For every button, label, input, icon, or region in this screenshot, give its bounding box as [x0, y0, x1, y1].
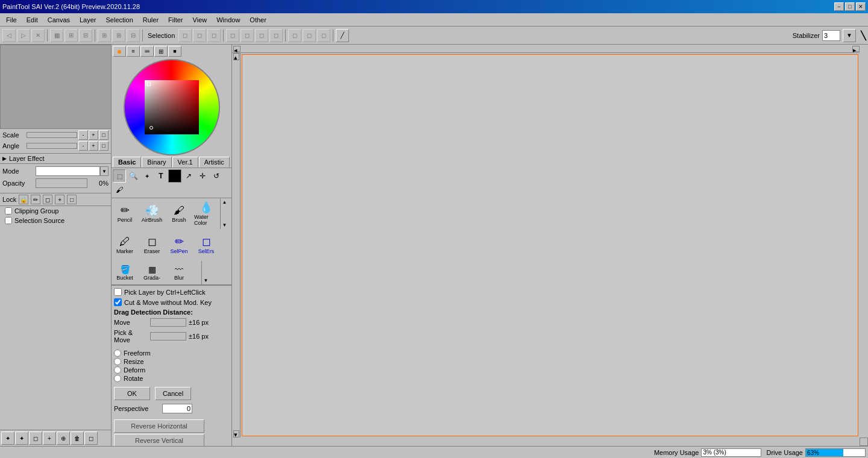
pick-move-slider[interactable]	[150, 332, 186, 340]
selection-source-checkbox[interactable]	[5, 217, 12, 224]
mode-dropdown[interactable]: ▼	[100, 166, 108, 176]
menu-selection[interactable]: Selection	[101, 15, 138, 25]
canvas-scrollbar-left[interactable]: ▴ ▾	[232, 53, 241, 438]
lock-btn-5[interactable]: □	[67, 195, 77, 204]
menu-view[interactable]: View	[188, 15, 212, 25]
tool-text[interactable]: T	[154, 169, 168, 183]
toolbar-btn-1[interactable]: ◁	[2, 29, 16, 42]
toolbar-btn-9[interactable]: ⊟	[127, 29, 140, 42]
scroll-down-btn[interactable]: ▾	[233, 430, 239, 438]
angle-btn-3[interactable]: □	[99, 141, 108, 151]
menu-edit[interactable]: Edit	[22, 15, 43, 25]
brush-watercolor[interactable]: 💧 Water Color	[193, 198, 220, 229]
color-tab-wheel[interactable]: ●	[113, 46, 126, 57]
color-tab-4[interactable]: ■	[168, 46, 181, 57]
stabilizer-input[interactable]	[822, 30, 840, 41]
close-button[interactable]: ✕	[856, 2, 866, 11]
scale-btn-2[interactable]: +	[89, 130, 98, 140]
tool-brush[interactable]: 🖌	[113, 183, 126, 196]
menu-window[interactable]: Window	[212, 15, 245, 25]
perspective-input[interactable]	[162, 404, 192, 413]
toolbar-btn-4[interactable]: ▦	[50, 29, 63, 42]
lock-btn-1[interactable]: 🔒	[19, 195, 28, 204]
layer-btn-2[interactable]: ✦	[15, 431, 28, 445]
angle-slider[interactable]	[27, 143, 77, 149]
layer-effect-header[interactable]: ▶ Layer Effect	[0, 154, 111, 164]
brush-selers[interactable]: ◻ SelErs	[193, 230, 220, 260]
toolbar-btn-18[interactable]: ◻	[303, 29, 316, 42]
pen-tool-icon[interactable]: ╲	[861, 31, 866, 40]
color-tab-3[interactable]: ⊞	[154, 46, 168, 57]
brush-tab-ver1[interactable]: Ver.1	[172, 157, 198, 168]
toolbar-pen-icon[interactable]: ╱	[336, 29, 349, 42]
minimize-button[interactable]: −	[834, 2, 844, 11]
layer-btn-3[interactable]: ◻	[29, 431, 42, 445]
angle-btn-2[interactable]: +	[89, 141, 98, 151]
scale-btn-1[interactable]: -	[78, 130, 88, 140]
brush-scroll-up[interactable]: ▲ ▼	[220, 198, 228, 229]
stabilizer-dropdown[interactable]: ▼	[843, 29, 856, 42]
tool-zoom[interactable]: 🔍	[127, 169, 140, 183]
canvas-inner[interactable]	[242, 54, 858, 436]
toolbar-btn-6[interactable]: ⊟	[79, 29, 92, 42]
brush-blur[interactable]: 〰 Blur	[166, 261, 193, 284]
toolbar-btn-2[interactable]: ▷	[17, 29, 30, 42]
tool-arrow[interactable]: ↗	[182, 169, 195, 183]
color-wheel-container[interactable]	[124, 59, 220, 155]
move-slider[interactable]	[150, 318, 186, 327]
clipping-group-checkbox[interactable]	[5, 207, 12, 215]
toolbar-btn-12[interactable]: ◻	[207, 29, 221, 42]
reverse-horizontal-btn[interactable]: Reverse Horizontal	[114, 419, 204, 433]
layer-btn-6[interactable]: 🗑	[71, 431, 84, 445]
canvas-scrollbar-top[interactable]: ◂ ▸	[232, 45, 860, 53]
toolbar-btn-15[interactable]: ◻	[255, 29, 268, 42]
lock-btn-4[interactable]: +	[55, 195, 64, 204]
toolbar-btn-17[interactable]: ◻	[288, 29, 301, 42]
brush-pencil[interactable]: ✏ Pencil	[112, 198, 139, 229]
reverse-vertical-btn[interactable]: Reverse Vertical	[114, 434, 204, 446]
radio-freeform[interactable]	[114, 350, 121, 357]
tool-select[interactable]: ⬚	[113, 169, 126, 183]
ok-button[interactable]: OK	[114, 387, 150, 400]
angle-btn-1[interactable]: -	[78, 141, 88, 151]
color-tab-1[interactable]: ≡	[127, 46, 140, 57]
brush-gradient[interactable]: ▦ Grada-	[139, 261, 166, 284]
brush-row-scroll-down[interactable]: ▼	[201, 261, 210, 284]
scale-btn-3[interactable]: □	[99, 130, 108, 140]
opacity-slider[interactable]	[36, 178, 87, 188]
lock-btn-2[interactable]: ✏	[31, 195, 40, 204]
brush-tab-artistic[interactable]: Artistic	[199, 157, 230, 168]
brush-brush[interactable]: 🖌 Brush	[166, 198, 193, 229]
toolbar-btn-5[interactable]: ⊞	[64, 29, 78, 42]
brush-selpen[interactable]: ✏ SelPen	[166, 230, 193, 260]
menu-layer[interactable]: Layer	[75, 15, 101, 25]
toolbar-btn-14[interactable]: ◻	[241, 29, 254, 42]
radio-rotate[interactable]	[114, 375, 121, 382]
pick-layer-checkbox[interactable]	[114, 288, 122, 296]
brush-eraser[interactable]: ◻ Eraser	[139, 230, 166, 260]
brush-tab-binary[interactable]: Binary	[142, 157, 171, 168]
menu-file[interactable]: File	[1, 15, 22, 25]
toolbar-btn-11[interactable]: ◻	[193, 29, 206, 42]
brush-marker[interactable]: 🖊 Marker	[112, 230, 139, 260]
radio-resize[interactable]	[114, 358, 121, 365]
layer-btn-1[interactable]: ✦	[1, 431, 14, 445]
scroll-right-btn[interactable]: ▸	[852, 46, 860, 52]
color-square[interactable]	[145, 80, 199, 134]
brush-tab-basic[interactable]: Basic	[113, 157, 141, 168]
mode-input[interactable]	[36, 166, 100, 176]
cut-move-checkbox[interactable]	[114, 298, 122, 306]
layer-btn-4[interactable]: +	[43, 431, 56, 445]
toolbar-btn-7[interactable]: ⊞	[98, 29, 111, 42]
toolbar-btn-3[interactable]: ✕	[31, 29, 45, 42]
toolbar-btn-16[interactable]: ◻	[269, 29, 283, 42]
scroll-left-btn[interactable]: ◂	[233, 46, 241, 52]
brush-airbrush[interactable]: 💨 AirBrush	[139, 198, 166, 229]
scroll-up-btn[interactable]: ▴	[233, 53, 239, 60]
tool-rotate[interactable]: ✦	[140, 169, 154, 183]
radio-deform[interactable]	[114, 366, 121, 374]
lock-btn-3[interactable]: ◻	[43, 195, 52, 204]
toolbar-btn-10[interactable]: ◻	[178, 29, 192, 42]
color-tab-2[interactable]: ≡≡	[140, 46, 154, 57]
layer-btn-5[interactable]: ⊕	[57, 431, 70, 445]
